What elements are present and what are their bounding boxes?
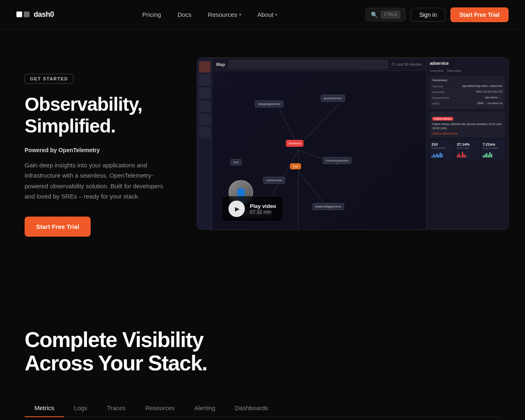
brand-logo[interactable]: dash0 (16, 8, 54, 21)
search-shortcut: CTRLK (381, 11, 400, 18)
video-duration: 07:32 min (250, 209, 276, 215)
features-tabs: Metrics Logs Traces Resources Alerting D… (25, 399, 500, 417)
ss-metrics-row: 210 Operations (430, 141, 505, 159)
ss-panel-row-runtime: Runtime JVM / 21.0.2+13-LTS (432, 89, 502, 95)
navigation: dash0 Pricing Docs Resources ▾ About ▾ 🔍… (0, 0, 525, 30)
screenshot-map-label: Map (216, 62, 225, 67)
svg-line-3 (298, 103, 340, 146)
tab-logs[interactable]: Logs (64, 399, 97, 417)
svg-rect-0 (16, 11, 22, 17)
ss-panel-row-aws: AWS 0344... / eu-west-1a (432, 101, 502, 107)
search-icon: 🔍 (371, 11, 378, 18)
hero-content: GET STARTED Observability, Simplified. P… (25, 49, 172, 237)
hero-title: Observability, Simplified. (25, 94, 172, 137)
signin-button[interactable]: Sign in (411, 8, 445, 22)
start-trial-button-hero[interactable]: Start Free Trial (25, 217, 91, 237)
ss-sidebar-traces (199, 74, 210, 86)
ss-node-1ms: 1ms (231, 159, 242, 165)
screenshot-topbar: Map ⏱ Last 30 minutes (212, 58, 426, 71)
nav-resources[interactable]: Resources ▾ (201, 8, 248, 21)
ss-node-feature: featureflagservice (313, 203, 344, 210)
ss-node-quote: quoteservice (321, 95, 345, 102)
tab-alerting[interactable]: Alerting (185, 399, 225, 417)
ss-node-cart: cartservice (263, 177, 285, 184)
ss-node-currency: currencyservice (323, 157, 352, 164)
ss-node-shipping: shippingservice (255, 100, 283, 107)
chevron-down-icon: ▾ (275, 12, 277, 17)
hero-powered-by: Powered by OpenTelemetry (25, 147, 172, 153)
nav-pricing[interactable]: Pricing (136, 8, 168, 21)
ss-sidebar-metrics (199, 100, 210, 112)
chevron-down-icon: ▾ (239, 12, 241, 17)
ss-metric-operations: 210 Operations (430, 141, 454, 159)
hero-description: Gain deep insights into your application… (25, 160, 172, 202)
nav-actions: 🔍 CTRLK Sign in Start Free Trial (365, 7, 509, 22)
ss-node-1ms2: 1ms (290, 163, 301, 169)
ss-view-failed-link[interactable]: View in failed check (432, 132, 502, 135)
ss-sidebar-logs (199, 87, 210, 99)
screenshot-time-label: ⏱ Last 30 minutes (391, 62, 422, 66)
search-box[interactable]: 🔍 CTRLK (365, 8, 406, 21)
brand-name: dash0 (34, 10, 54, 19)
screenshot-sidebar (197, 58, 212, 229)
screenshot-panel-service: adservice (430, 61, 505, 66)
svg-rect-1 (24, 11, 30, 17)
ss-sidebar-settings (199, 127, 210, 138)
ss-node-frontend: frontend (286, 140, 304, 147)
ss-panel-row-k8s: Kubernetes otel-demo / ... (432, 95, 502, 101)
features-title: Complete Visibility Across Your Stack. (25, 328, 500, 375)
nav-docs[interactable]: Docs (171, 8, 198, 21)
features-section: Complete Visibility Across Your Stack. M… (0, 287, 525, 420)
tab-resources[interactable]: Resources (135, 399, 185, 417)
ss-metric-error-rate: 27.14% Error rate (455, 141, 479, 159)
tab-dashboards[interactable]: Dashboards (225, 399, 278, 417)
nav-links: Pricing Docs Resources ▾ About ▾ (136, 8, 284, 21)
hero-image-wrapper: Map ⏱ Last 30 minutes (197, 57, 509, 230)
hero-section: GET STARTED Observability, Simplified. P… (0, 0, 525, 287)
ss-sidebar-map (199, 61, 210, 73)
ss-sidebar-alerts (199, 114, 210, 125)
tab-traces[interactable]: Traces (97, 399, 135, 417)
screenshot-right-panel: adservice Overview Telemetry Summary Ser… (426, 58, 508, 229)
screenshot-search (228, 60, 388, 68)
ss-metric-duration: 7.21ms Avg duration (481, 141, 505, 159)
video-info: Play video 07:32 min (250, 203, 276, 215)
ss-panel-row-service: Service opentelemetry-store / adservice (432, 84, 502, 89)
video-label: Play video (250, 203, 276, 209)
play-icon: ▶ (235, 205, 240, 212)
start-trial-button-nav[interactable]: Start Free Trial (450, 7, 509, 22)
video-overlay[interactable]: ▶ Play video 07:32 min (221, 196, 283, 221)
ss-failed-checks-badge: Failed checks (432, 117, 453, 121)
tab-metrics[interactable]: Metrics (25, 399, 64, 417)
play-button[interactable]: ▶ (228, 201, 245, 217)
nav-about[interactable]: About ▾ (251, 8, 284, 21)
get-started-badge: GET STARTED (25, 74, 73, 84)
